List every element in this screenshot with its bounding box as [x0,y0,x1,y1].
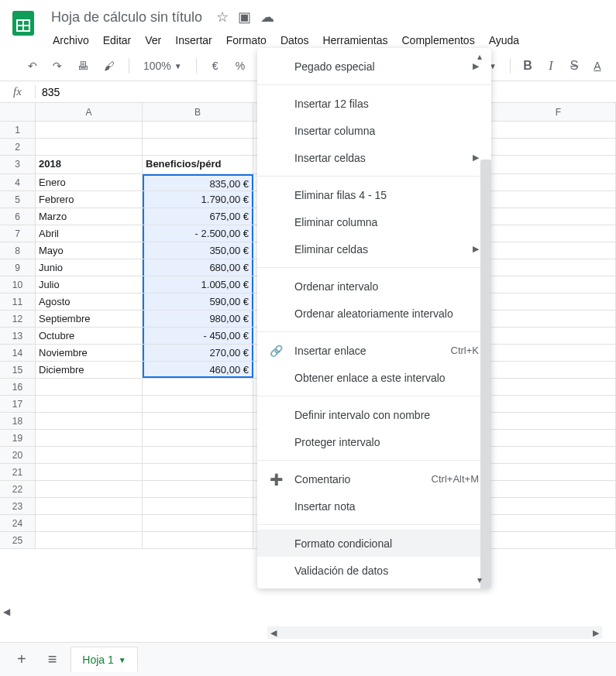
cell[interactable] [501,362,616,378]
cell[interactable] [36,515,143,531]
menu-insertar-nota[interactable]: Insertar nota [257,492,491,520]
cell[interactable] [36,464,143,480]
undo-button[interactable]: ↶ [23,56,42,76]
row-header[interactable]: 4 [0,174,36,190]
move-icon[interactable]: ▣ [238,9,251,26]
cell[interactable] [501,174,616,190]
row-header[interactable]: 8 [0,242,36,259]
paint-format-button[interactable]: 🖌 [99,56,119,76]
menu-editar[interactable]: Editar [97,31,138,50]
menu-ver[interactable]: Ver [139,31,167,50]
cell[interactable]: Junio [36,259,143,276]
cell[interactable]: 675,00 € [143,208,253,225]
row-header[interactable]: 17 [0,396,36,412]
cell[interactable] [501,242,616,259]
cell[interactable] [501,430,616,446]
row-header[interactable]: 13 [0,328,36,344]
menu-validacion-datos[interactable]: Validación de datos [257,557,491,584]
cell[interactable] [501,328,616,344]
cell[interactable]: - 450,00 € [143,328,253,344]
cell[interactable] [501,191,616,208]
cell[interactable] [143,396,253,412]
menu-archivo[interactable]: Archivo [46,31,95,50]
cell[interactable] [501,532,616,548]
cell[interactable] [36,396,143,412]
menu-datos[interactable]: Datos [274,31,315,50]
document-title[interactable]: Hoja de cálculo sin título [46,8,207,27]
cell[interactable]: Enero [36,174,143,190]
all-sheets-button[interactable]: ≡ [40,646,65,673]
cell[interactable] [36,498,143,514]
cell[interactable] [36,122,143,138]
cell[interactable] [36,413,143,429]
cell[interactable] [143,447,253,463]
menu-ordenar-aleatorio[interactable]: Ordenar aleatoriamente intervalo [257,300,491,327]
menu-insertar[interactable]: Insertar [169,31,218,50]
row-header[interactable]: 25 [0,532,36,548]
cell[interactable] [143,139,253,155]
cell[interactable]: 1.790,00 € [143,191,253,208]
cell[interactable] [143,413,253,429]
menu-insertar-filas[interactable]: Insertar 12 filas [257,90,491,117]
cell[interactable] [501,345,616,361]
row-header[interactable]: 6 [0,208,36,225]
star-icon[interactable]: ☆ [216,9,229,26]
currency-button[interactable]: € [206,56,225,76]
cell[interactable] [36,139,143,155]
cell[interactable] [143,515,253,531]
menu-scrollbar[interactable] [480,160,491,588]
cell[interactable]: Diciembre [36,362,143,378]
percent-button[interactable]: % [231,56,249,76]
row-header[interactable]: 12 [0,311,36,327]
menu-comentario[interactable]: ➕ComentarioCtrl+Alt+M [257,465,491,492]
cell[interactable]: Febrero [36,191,143,208]
cell[interactable]: 590,00 € [143,293,253,310]
cell[interactable]: Beneficios/pérd [143,156,253,173]
menu-scroll-down-icon[interactable]: ▾ [474,571,485,588]
cell[interactable] [501,396,616,412]
horizontal-scrollbar[interactable]: ◀ ▶ [267,626,602,639]
menu-insertar-enlace[interactable]: 🔗Insertar enlaceCtrl+K [257,337,491,364]
row-header[interactable]: 14 [0,345,36,361]
cell[interactable]: Julio [36,276,143,293]
row-header[interactable]: 11 [0,293,36,310]
cell[interactable] [143,122,253,138]
menu-pegado-especial[interactable]: Pegado especial▶ [257,53,491,80]
cell[interactable]: Marzo [36,208,143,225]
cell[interactable] [501,447,616,463]
add-sheet-button[interactable]: + [9,646,34,673]
row-header[interactable]: 7 [0,225,36,242]
cell[interactable]: Abril [36,225,143,242]
menu-definir-intervalo[interactable]: Definir intervalo con nombre [257,401,491,428]
italic-button[interactable]: I [542,56,560,76]
chevron-down-icon[interactable]: ▼ [119,656,126,664]
cell[interactable] [143,481,253,497]
menu-ordenar-intervalo[interactable]: Ordenar intervalo [257,273,491,300]
row-header[interactable]: 3 [0,156,36,173]
menu-eliminar-celdas[interactable]: Eliminar celdas▶ [257,235,491,263]
menu-complementos[interactable]: Complementos [395,31,480,50]
menu-eliminar-filas[interactable]: Eliminar filas 4 - 15 [257,181,491,208]
cell[interactable]: 350,00 € [143,242,253,259]
hscroll-right-icon[interactable]: ▶ [590,628,602,638]
row-header[interactable]: 18 [0,413,36,429]
menu-formato[interactable]: Formato [220,31,273,50]
text-color-button[interactable]: A [588,56,607,76]
cell[interactable] [501,122,616,138]
cell[interactable]: 1.005,00 € [143,276,253,293]
row-header[interactable]: 22 [0,481,36,497]
cell[interactable] [36,379,143,395]
hscroll-left-icon[interactable]: ◀ [3,606,10,617]
menu-formato-condicional[interactable]: Formato condicional [257,530,491,557]
row-header[interactable]: 10 [0,276,36,293]
row-header[interactable]: 1 [0,122,36,138]
strikethrough-button[interactable]: S [565,56,583,76]
menu-proteger-intervalo[interactable]: Proteger intervalo [257,428,491,455]
cell[interactable]: Noviembre [36,345,143,361]
menu-insertar-columna[interactable]: Insertar columna [257,117,491,144]
cell[interactable] [36,532,143,548]
cell[interactable]: 460,00 € [143,362,253,378]
menu-herramientas[interactable]: Herramientas [316,31,394,50]
bold-button[interactable]: B [518,56,537,76]
cell[interactable] [501,139,616,155]
